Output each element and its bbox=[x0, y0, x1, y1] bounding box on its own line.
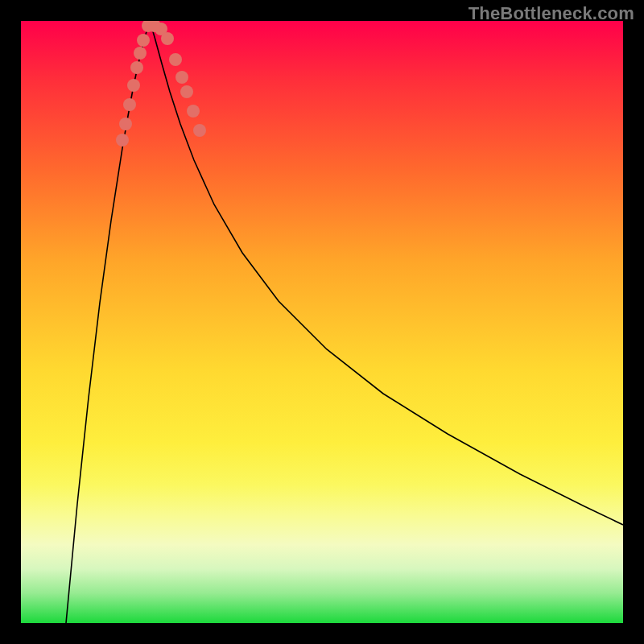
chart-frame: TheBottleneck.com bbox=[0, 0, 644, 644]
data-marker bbox=[134, 47, 147, 60]
data-marker bbox=[175, 71, 188, 84]
data-marker bbox=[193, 124, 206, 137]
data-marker bbox=[123, 98, 136, 111]
right-curve bbox=[150, 21, 623, 525]
data-marker bbox=[130, 61, 143, 74]
data-marker bbox=[187, 105, 200, 118]
marker-group bbox=[116, 21, 206, 147]
data-marker bbox=[161, 32, 174, 45]
curves-svg bbox=[21, 21, 623, 623]
data-marker bbox=[119, 118, 132, 130]
data-marker bbox=[137, 34, 150, 47]
data-marker bbox=[116, 134, 129, 147]
data-marker bbox=[180, 85, 193, 98]
plot-area bbox=[21, 21, 623, 623]
left-curve bbox=[66, 21, 150, 623]
data-marker bbox=[127, 79, 140, 92]
data-marker bbox=[169, 53, 182, 66]
